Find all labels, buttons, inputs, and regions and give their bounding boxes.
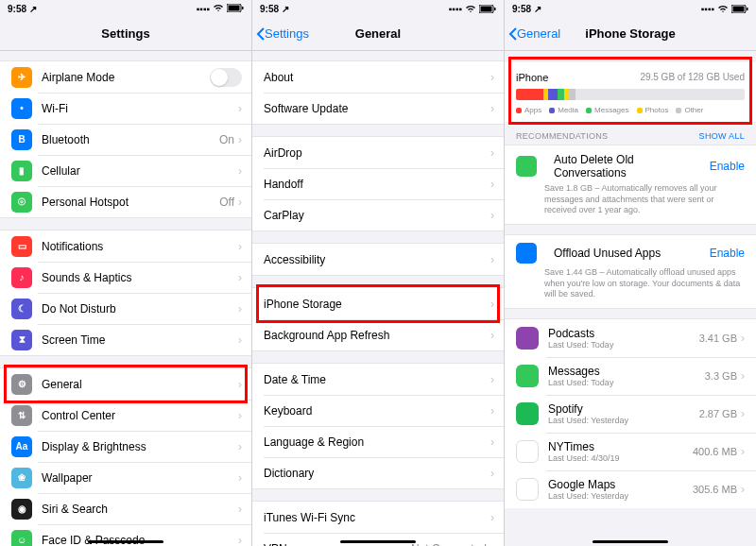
general-row-airdrop[interactable]: AirDrop› [252, 137, 504, 168]
app-icon [516, 402, 539, 425]
airplane-icon: ✈ [11, 67, 32, 88]
recommendation: Auto Delete Old ConversationsEnableSave … [505, 145, 756, 225]
app-row-nytimes[interactable]: NYTimesLast Used: 4/30/19400.6 MB› [505, 433, 756, 470]
moon-icon: ☾ [11, 299, 32, 319]
storage-screen: 9:58 ↗ ▪▪▪▪ General iPhone Storage iPhon… [505, 0, 756, 546]
app-name: Google Maps [548, 478, 693, 491]
general-row-vpn[interactable]: VPNNot Connected› [252, 533, 504, 546]
settings-row-screen-time[interactable]: ⧗Screen Time› [0, 324, 251, 355]
row-label: Airplane Mode [42, 71, 210, 84]
app-icon [516, 327, 539, 350]
chevron-right-icon: › [238, 196, 242, 209]
settings-row-siri-search[interactable]: ◉Siri & Search› [0, 493, 251, 524]
siri-icon: ◉ [11, 499, 32, 520]
settings-row-do-not-disturb[interactable]: ☾Do Not Disturb› [0, 293, 251, 324]
home-indicator[interactable] [88, 540, 163, 543]
chevron-right-icon: › [238, 333, 242, 347]
storage-legend: AppsMediaMessagesPhotosOther [516, 106, 745, 114]
general-row-itunes-wi-fi-sync[interactable]: iTunes Wi-Fi Sync› [252, 502, 504, 533]
display-icon: Aa [11, 436, 32, 457]
status-bar: 9:58 ↗ ▪▪▪▪ [505, 0, 756, 17]
chevron-right-icon: › [238, 102, 242, 115]
app-last-used: Last Used: Today [548, 378, 705, 387]
settings-row-airplane-mode[interactable]: ✈Airplane Mode [0, 61, 251, 93]
general-row-accessibility[interactable]: Accessibility› [252, 244, 504, 275]
chevron-right-icon: › [238, 534, 242, 547]
row-label: Handoff [264, 178, 490, 191]
status-icons: ▪▪▪▪ [197, 4, 244, 14]
settings-row-sounds-haptics[interactable]: ♪Sounds & Haptics› [0, 262, 251, 293]
chevron-right-icon: › [490, 178, 494, 191]
row-label: Do Not Disturb [42, 302, 238, 316]
bluetooth-icon: B [11, 129, 32, 150]
settings-row-control-center[interactable]: ⇅Control Center› [0, 400, 251, 431]
row-value: On [219, 133, 234, 146]
chevron-right-icon: › [490, 71, 494, 84]
app-last-used: Last Used: 4/30/19 [548, 453, 693, 463]
chevron-right-icon: › [490, 298, 494, 311]
chevron-right-icon: › [490, 146, 494, 160]
status-bar: 9:58 ↗ ▪▪▪▪ [252, 0, 504, 17]
settings-row-general[interactable]: ⚙General› [0, 368, 251, 400]
app-name: Messages [548, 365, 705, 378]
rec-icon [516, 156, 537, 177]
settings-row-notifications[interactable]: ▭Notifications› [0, 230, 251, 262]
app-name: Podcasts [548, 327, 699, 340]
svg-rect-8 [747, 8, 748, 10]
chevron-right-icon: › [238, 164, 242, 178]
settings-row-display-brightness[interactable]: AaDisplay & Brightness› [0, 431, 251, 462]
app-row-google-maps[interactable]: Google MapsLast Used: Yesterday305.6 MB› [505, 470, 756, 508]
rec-icon [516, 243, 537, 264]
app-row-spotify[interactable]: SpotifyLast Used: Yesterday2.87 GB› [505, 395, 756, 433]
general-row-background-app-refresh[interactable]: Background App Refresh› [252, 319, 504, 350]
settings-row-bluetooth[interactable]: BBluetoothOn› [0, 124, 251, 155]
general-row-handoff[interactable]: Handoff› [252, 168, 504, 199]
back-button[interactable]: Settings [252, 26, 309, 41]
general-row-carplay[interactable]: CarPlay› [252, 199, 504, 230]
app-row-podcasts[interactable]: PodcastsLast Used: Today3.41 GB› [505, 319, 756, 357]
toggle[interactable] [210, 68, 242, 87]
general-row-about[interactable]: About› [252, 61, 504, 93]
chevron-right-icon: › [741, 332, 745, 345]
show-all-link[interactable]: SHOW ALL [699, 131, 745, 141]
chevron-right-icon: › [741, 445, 745, 458]
home-indicator[interactable] [593, 540, 668, 543]
app-row-messages[interactable]: MessagesLast Used: Today3.3 GB› [505, 357, 756, 395]
chevron-left-icon [256, 27, 265, 41]
back-button[interactable]: General [505, 26, 560, 41]
storage-bar [516, 89, 745, 100]
chevron-right-icon: › [490, 435, 494, 449]
gear-icon: ⚙ [11, 374, 32, 395]
nav-bar: Settings [0, 17, 251, 51]
row-label: About [264, 71, 490, 84]
settings-row-wi-fi[interactable]: •Wi-Fi› [0, 93, 251, 124]
row-label: Display & Brightness [42, 440, 238, 453]
battery-icon [227, 4, 244, 14]
settings-row-personal-hotspot[interactable]: ⦾Personal HotspotOff› [0, 186, 251, 217]
settings-row-wallpaper[interactable]: ❀Wallpaper› [0, 462, 251, 493]
general-row-iphone-storage[interactable]: iPhone Storage› [252, 288, 504, 319]
storage-summary: iPhone29.5 GB of 128 GB UsedAppsMediaMes… [505, 62, 756, 122]
enable-link[interactable]: Enable [710, 160, 745, 173]
chevron-right-icon: › [490, 329, 494, 342]
general-row-date-time[interactable]: Date & Time› [252, 364, 504, 395]
storage-used: 29.5 GB of 128 GB Used [640, 72, 745, 83]
chevron-right-icon: › [238, 133, 242, 146]
app-size: 305.6 MB [693, 484, 737, 495]
svg-rect-1 [229, 5, 240, 10]
status-bar: 9:58 ↗ ▪▪▪▪ [0, 0, 251, 17]
general-row-software-update[interactable]: Software Update› [252, 93, 504, 124]
app-size: 3.3 GB [705, 370, 737, 382]
settings-row-cellular[interactable]: ▮Cellular› [0, 155, 251, 186]
general-row-dictionary[interactable]: Dictionary› [252, 457, 504, 488]
general-row-keyboard[interactable]: Keyboard› [252, 395, 504, 426]
home-indicator[interactable] [340, 540, 416, 543]
enable-link[interactable]: Enable [710, 247, 745, 260]
wallpaper-icon: ❀ [11, 468, 32, 488]
device-name: iPhone [516, 72, 548, 83]
chevron-right-icon: › [238, 503, 242, 516]
row-label: General [42, 378, 238, 391]
chevron-right-icon: › [490, 404, 494, 418]
general-row-language-region[interactable]: Language & Region› [252, 426, 504, 457]
row-label: Background App Refresh [264, 329, 490, 342]
